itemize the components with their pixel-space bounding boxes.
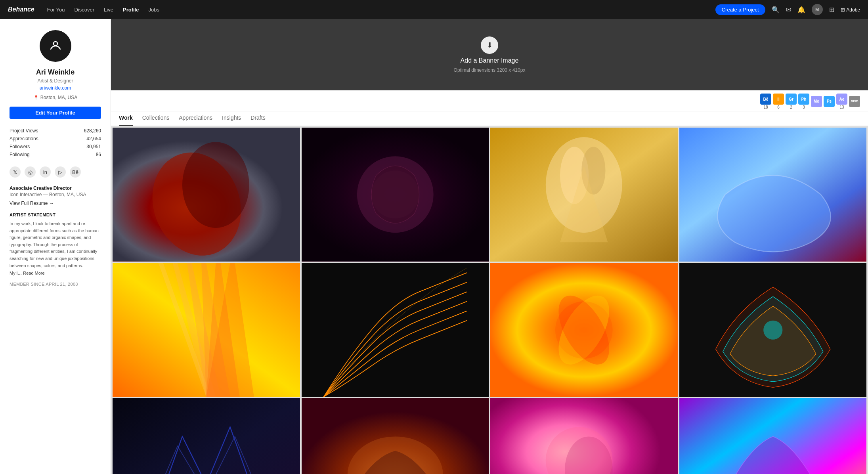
social-icons: 𝕏 ◎ in ▷ Bē — [10, 166, 101, 178]
project-card[interactable] — [490, 128, 678, 262]
avatar[interactable]: M — [812, 4, 823, 15]
aftereffects-badge-icon: Ae — [836, 94, 847, 105]
ps-badge-icon: Ps — [824, 96, 835, 107]
behance-circle-icon[interactable]: Bē — [70, 166, 81, 178]
adobe-logo: ⊞ Adobe — [841, 7, 860, 13]
motion-badge-icon: Mo — [811, 96, 822, 107]
profile-location: 📍 Boston, MA, USA — [10, 95, 101, 100]
graphics-badge-icon: Gr — [786, 94, 797, 105]
project-card[interactable] — [679, 398, 867, 474]
nav-discover[interactable]: Discover — [75, 7, 95, 13]
nav-links: For You Discover Live Profile Jobs — [47, 7, 706, 13]
badge-motion: Mo — [811, 96, 822, 107]
bell-icon[interactable]: 🔔 — [797, 6, 805, 13]
tab-appreciations[interactable]: Appreciations — [179, 115, 212, 126]
nav-live[interactable]: Live — [104, 7, 113, 13]
nav-jobs[interactable]: Jobs — [148, 7, 159, 13]
read-more-link[interactable]: My i… Read More — [10, 271, 101, 275]
badge-aftereffects: Ae 13 — [836, 94, 847, 109]
main-content: ⬇ Add a Banner Image Optimal dimensions … — [111, 19, 868, 474]
project-card[interactable] — [113, 128, 300, 262]
project-card[interactable] — [490, 398, 678, 474]
location-pin-icon: 📍 — [33, 95, 39, 100]
project-card[interactable] — [302, 398, 489, 474]
project-card[interactable] — [302, 128, 489, 262]
profile-header-bar: Bē 18 Il 6 Gr 2 Ph 3 Mo — [111, 90, 868, 111]
projects-grid — [111, 126, 868, 474]
stat-following: Following 86 — [10, 151, 101, 159]
badge-photoshop: Ph 3 — [798, 94, 809, 109]
badge-risd: RISD — [849, 96, 860, 107]
edit-profile-button[interactable]: Edit Your Profile — [10, 107, 101, 119]
behance-badge-icon: Bē — [760, 94, 771, 105]
twitter-icon[interactable]: 𝕏 — [10, 166, 21, 178]
profile-avatar — [40, 30, 71, 62]
view-resume-link[interactable]: View Full Resume → — [10, 201, 101, 206]
search-icon[interactable]: 🔍 — [772, 6, 780, 13]
site-logo[interactable]: Behance — [8, 6, 34, 13]
tab-drafts[interactable]: Drafts — [250, 115, 265, 126]
linkedin-icon[interactable]: in — [40, 166, 51, 178]
badge-illustrator: Il 6 — [773, 94, 784, 109]
stat-followers: Followers 30,951 — [10, 143, 101, 151]
banner-upload-icon: ⬇ — [481, 36, 498, 54]
profile-title: Artist & Designer — [10, 78, 101, 84]
svg-rect-20 — [113, 398, 300, 474]
adobe-badges: Bē 18 Il 6 Gr 2 Ph 3 Mo — [119, 90, 860, 111]
job-company: Icon Interactive — Boston, MA, USA — [10, 192, 101, 197]
profile-name: Ari Weinkle — [10, 68, 101, 76]
page-wrapper: Ari Weinkle Artist & Designer ariweinkle… — [0, 0, 868, 474]
top-nav: Behance For You Discover Live Profile Jo… — [0, 0, 868, 19]
banner-area[interactable]: ⬇ Add a Banner Image Optimal dimensions … — [111, 19, 868, 90]
artist-statement-heading: ARTIST STATEMENT — [10, 212, 101, 217]
svg-point-3 — [182, 142, 249, 228]
stats-table: Project Views 628,260 Appreciations 42,6… — [10, 127, 101, 159]
nav-profile[interactable]: Profile — [123, 7, 139, 13]
tab-work[interactable]: Work — [119, 115, 133, 126]
dribbble-icon[interactable]: ◎ — [25, 166, 36, 178]
stat-appreciations: Appreciations 42,654 — [10, 135, 101, 143]
svg-point-19 — [763, 320, 782, 339]
photoshop-badge-icon: Ph — [798, 94, 809, 105]
tab-insights[interactable]: Insights — [222, 115, 241, 126]
badge-behance: Bē 18 — [760, 94, 771, 109]
artist-statement-text: In my work, I look to break apart and re… — [10, 220, 101, 269]
banner-title: Add a Banner Image — [461, 57, 519, 64]
profile-website[interactable]: ariweinkle.com — [10, 85, 101, 91]
profile-tabs: Work Collections Appreciations Insights … — [111, 111, 868, 126]
project-card[interactable] — [113, 263, 300, 397]
mail-icon[interactable]: ✉ — [786, 6, 791, 13]
svg-point-0 — [54, 42, 57, 46]
create-project-button[interactable]: Create a Project — [715, 4, 765, 15]
risd-badge-icon: RISD — [849, 96, 860, 107]
badge-ps: Ps — [824, 96, 835, 107]
nav-for-you[interactable]: For You — [47, 7, 65, 13]
project-card[interactable] — [490, 263, 678, 397]
nav-right: Create a Project 🔍 ✉ 🔔 M ⊞ ⊞ Adobe — [715, 4, 860, 15]
stat-project-views: Project Views 628,260 — [10, 127, 101, 135]
avatar-container — [10, 30, 101, 62]
sidebar: Ari Weinkle Artist & Designer ariweinkle… — [0, 19, 111, 474]
illustrator-badge-icon: Il — [773, 94, 784, 105]
tab-collections[interactable]: Collections — [142, 115, 169, 126]
vimeo-icon[interactable]: ▷ — [55, 166, 66, 178]
banner-subtitle: Optimal dimensions 3200 x 410px — [454, 67, 526, 73]
project-card[interactable] — [679, 263, 867, 397]
badge-graphics: Gr 2 — [786, 94, 797, 109]
svg-rect-13 — [302, 263, 489, 397]
project-card[interactable] — [679, 128, 867, 262]
grid-icon[interactable]: ⊞ — [829, 6, 834, 13]
member-since: MEMBER SINCE APRIL 21, 2008 — [10, 282, 101, 287]
project-card[interactable] — [113, 398, 300, 474]
job-title: Associate Creative Director — [10, 185, 101, 191]
project-card[interactable] — [302, 263, 489, 397]
